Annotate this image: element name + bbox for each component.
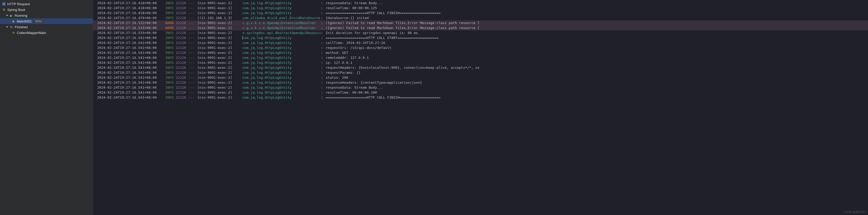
log-pid: 22120 — [176, 45, 188, 50]
log-timestamp: 2024-02-24T19:27:16.418+08:00 — [97, 1, 165, 5]
log-line[interactable]: 2024-02-24T19:27:16.418+08:00INFO22120--… — [93, 5, 868, 10]
log-thread: [nio-9091-exec-2] — [197, 75, 242, 80]
tree-finished[interactable]: ↻ Finished — [0, 24, 93, 30]
log-level: INFO — [165, 45, 176, 50]
log-thread: [nio-9091-exec-2] — [197, 95, 242, 100]
log-thread: [nio-9091-exec-2] — [197, 30, 242, 35]
log-level: INFO — [165, 1, 176, 5]
chevron-down-icon — [6, 14, 8, 17]
port-badge[interactable]: :9091/ — [33, 20, 44, 23]
log-thread: [nio-9091-exec-1] — [197, 1, 242, 5]
log-thread: [nio-9091-exec-2] — [197, 35, 242, 40]
log-message: requestParams: {} — [326, 70, 361, 75]
log-pid: 22120 — [176, 85, 188, 90]
tree-main9001[interactable]: ◉ Main9001 :9091/ — [0, 18, 93, 24]
log-line[interactable]: 2024-02-24T19:27:16.418+08:00INFO22120--… — [93, 10, 868, 15]
log-message: requestHeaders: {host=localhost:9091, co… — [326, 65, 479, 70]
log-line[interactable]: 2024-02-24T19:27:16.532+08:00WARN22120--… — [93, 21, 868, 25]
log-line[interactable]: 2024-02-24T19:27:16.541+08:00INFO22120--… — [93, 85, 868, 90]
log-separator: --- — [188, 55, 197, 60]
log-pid: 22120 — [176, 90, 188, 95]
log-colon: : — [321, 21, 326, 25]
log-line[interactable]: 2024-02-24T19:27:16.541+08:00INFO22120--… — [93, 80, 868, 85]
log-timestamp: 2024-02-24T19:27:16.541+08:00 — [97, 35, 165, 40]
log-logger: com.jq.log.HttpLogEntity — [242, 45, 321, 50]
log-colon: : — [321, 70, 326, 75]
cube-icon: ◉ — [11, 20, 15, 23]
log-line[interactable]: 2024-02-24T19:27:16.541+08:00INFO22120--… — [93, 60, 868, 65]
log-colon: : — [321, 75, 326, 80]
log-message: ====================HTTP CALL FINISH====… — [326, 10, 440, 15]
spring-boot-icon: ✿ — [2, 8, 6, 11]
log-line[interactable]: 2024-02-24T19:27:16.533+08:00WARN22120--… — [93, 25, 868, 30]
log-timestamp: 2024-02-24T19:27:16.418+08:00 — [97, 10, 165, 15]
log-separator: --- — [188, 95, 197, 100]
log-colon: : — [321, 1, 326, 5]
log-level: INFO — [165, 40, 176, 45]
log-line[interactable]: 2024-02-24T19:27:16.541+08:00INFO22120--… — [93, 40, 868, 45]
log-thread: [(2)-192.168.1.3] — [197, 15, 242, 21]
log-separator: --- — [188, 45, 197, 50]
log-thread: [nio-9091-exec-2] — [197, 65, 242, 70]
tree-spring-boot[interactable]: ✿ Spring Boot — [0, 7, 93, 12]
log-level: WARN — [165, 25, 176, 30]
log-message: (Ignores) Failed to read Markdown files,… — [326, 21, 479, 25]
log-colon: : — [321, 5, 326, 10]
log-separator: --- — [188, 30, 197, 35]
log-timestamp: 2024-02-24T19:27:16.541+08:00 — [97, 75, 165, 80]
log-level: INFO — [165, 15, 176, 21]
log-logger: com.jq.log.HttpLogEntity — [242, 65, 321, 70]
log-timestamp: 2024-02-24T19:27:16.533+08:00 — [97, 30, 165, 35]
log-logger: com.jq.log.HttpLogEntity — [242, 70, 321, 75]
log-line[interactable]: 2024-02-24T19:27:16.541+08:00INFO22120--… — [93, 90, 868, 95]
log-line[interactable]: 2024-02-24T19:27:16.541+08:00INFO22120--… — [93, 45, 868, 50]
log-message: responseData: Stream Body... — [326, 1, 383, 5]
log-separator: --- — [188, 80, 197, 85]
log-colon: : — [321, 95, 326, 100]
log-level: INFO — [165, 35, 176, 40]
console-log-pane[interactable]: 2024-02-24T19:27:16.418+08:00INFO22120--… — [93, 0, 868, 215]
log-separator: --- — [188, 65, 197, 70]
log-line[interactable]: 2024-02-24T19:27:16.541+08:00INFO22120--… — [93, 35, 868, 40]
log-logger: com.jq.log.HttpLogEntity — [242, 5, 321, 10]
log-timestamp: 2024-02-24T19:27:16.541+08:00 — [97, 50, 165, 55]
log-line[interactable]: 2024-02-24T19:27:16.470+08:00INFO22120--… — [93, 15, 868, 21]
log-line[interactable]: 2024-02-24T19:27:16.418+08:00INFO22120--… — [93, 1, 868, 5]
log-level: INFO — [165, 65, 176, 70]
log-thread: [nio-9091-exec-2] — [197, 50, 242, 55]
tree-collect-mapper[interactable]: ✿ CollectMapperMain — [0, 30, 93, 36]
log-separator: --- — [188, 75, 197, 80]
log-separator: --- — [188, 60, 197, 65]
log-thread: [nio-9091-exec-2] — [197, 70, 242, 75]
log-pid: 22120 — [176, 75, 188, 80]
log-line[interactable]: 2024-02-24T19:27:16.541+08:00INFO22120--… — [93, 95, 868, 100]
log-logger: c.g.x.k.s.e.OpenApiExtensionResolver — [242, 21, 321, 25]
log-thread: [nio-9091-exec-2] — [197, 85, 242, 90]
log-line[interactable]: 2024-02-24T19:27:16.541+08:00INFO22120--… — [93, 55, 868, 60]
tree-label: CollectMapperMain — [17, 31, 46, 35]
tree-http-request[interactable]: H HTTP Request — [0, 1, 93, 7]
log-message: (Ignores) Failed to read Markdown files,… — [326, 25, 479, 30]
log-thread: [nio-9091-exec-2] — [197, 40, 242, 45]
tree-running[interactable]: ▶ Running — [0, 12, 93, 18]
log-line[interactable]: 2024-02-24T19:27:16.541+08:00INFO22120--… — [93, 70, 868, 75]
log-message: callTime: 2024-02-24T19:27:16 — [326, 40, 385, 45]
log-timestamp: 2024-02-24T19:27:16.541+08:00 — [97, 45, 165, 50]
log-separator: --- — [188, 21, 197, 25]
log-level: INFO — [165, 95, 176, 100]
log-timestamp: 2024-02-24T19:27:16.532+08:00 — [97, 21, 165, 25]
log-level: INFO — [165, 5, 176, 10]
log-line[interactable]: 2024-02-24T19:27:16.533+08:00INFO22120--… — [93, 30, 868, 35]
log-logger: com.jq.log.HttpLogEntity — [242, 85, 321, 90]
log-pid: 22120 — [176, 40, 188, 45]
log-level: INFO — [165, 80, 176, 85]
log-colon: : — [321, 65, 326, 70]
log-colon: : — [321, 80, 326, 85]
log-colon: : — [321, 10, 326, 15]
log-line[interactable]: 2024-02-24T19:27:16.541+08:00INFO22120--… — [93, 50, 868, 55]
log-colon: : — [321, 85, 326, 90]
log-message: status: 200 — [326, 75, 348, 80]
log-level: INFO — [165, 55, 176, 60]
log-line[interactable]: 2024-02-24T19:27:16.541+08:00INFO22120--… — [93, 65, 868, 70]
log-line[interactable]: 2024-02-24T19:27:16.541+08:00INFO22120--… — [93, 75, 868, 80]
